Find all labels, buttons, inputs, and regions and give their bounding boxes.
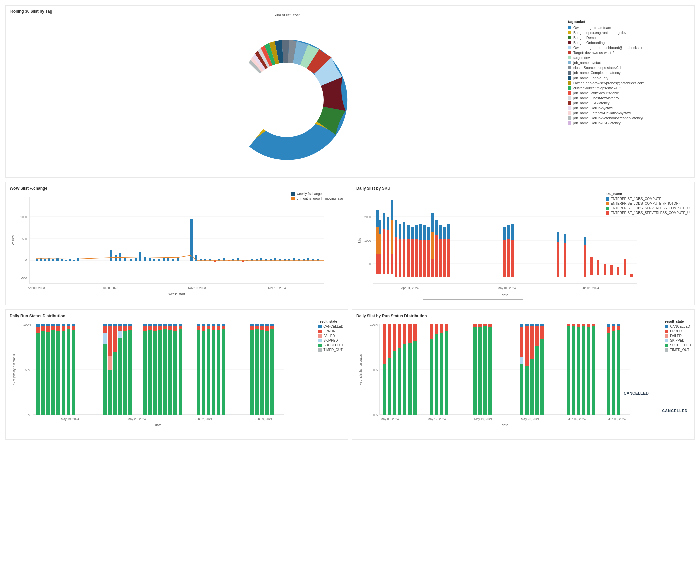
- svg-rect-185: [46, 324, 50, 326]
- svg-rect-316: [445, 331, 448, 415]
- svg-rect-198: [67, 326, 70, 329]
- svg-rect-253: [202, 331, 205, 415]
- svg-rect-90: [383, 213, 385, 229]
- svg-rect-334: [530, 359, 534, 415]
- svg-rect-134: [439, 257, 442, 277]
- svg-rect-181: [36, 333, 40, 415]
- svg-rect-191: [56, 324, 60, 326]
- daily-list-legend-color: [665, 334, 668, 338]
- svg-rect-165: [630, 274, 633, 277]
- svg-rect-202: [72, 330, 75, 415]
- svg-rect-29: [115, 255, 117, 261]
- svg-text:-500: -500: [21, 277, 27, 280]
- legend-label: Budget: Onboarding: [573, 41, 605, 45]
- daily-list-legend-item: CANCELLED: [665, 325, 691, 328]
- svg-rect-331: [525, 366, 529, 415]
- svg-rect-345: [577, 324, 580, 327]
- legend-item: Budget: Demos: [568, 36, 686, 40]
- svg-rect-312: [435, 334, 438, 415]
- legend-label: job_name: Completion-latency: [573, 71, 621, 75]
- svg-rect-118: [419, 240, 422, 257]
- legend-label: Owner: eng-demo-dashboard@databricks.com: [573, 46, 646, 50]
- sku-legend-label: ENTERPRISE_JOBS_COMPUTE_(PHOTON): [611, 202, 680, 205]
- svg-rect-99: [395, 220, 397, 237]
- svg-rect-273: [260, 326, 264, 330]
- svg-rect-335: [535, 324, 539, 326]
- svg-text:Values: Values: [11, 235, 15, 245]
- svg-text:0: 0: [369, 262, 371, 266]
- svg-rect-256: [207, 329, 210, 415]
- avg-label: 3_months_growth_moving_avg: [297, 197, 343, 200]
- svg-text:Jun 02, 2024: Jun 02, 2024: [195, 417, 212, 421]
- svg-rect-131: [435, 255, 438, 277]
- svg-rect-272: [260, 324, 264, 326]
- svg-rect-34: [139, 252, 141, 261]
- svg-rect-199: [67, 329, 70, 415]
- daily-list-legend-item: ERROR: [665, 329, 691, 333]
- svg-rect-160: [597, 260, 599, 275]
- svg-rect-313: [440, 324, 443, 333]
- run-legend-item: SKIPPED: [318, 339, 344, 342]
- svg-rect-35: [144, 257, 146, 261]
- svg-rect-218: [123, 324, 127, 326]
- svg-text:Apr 09, 2023: Apr 09, 2023: [28, 286, 45, 290]
- weekly-color: [291, 192, 295, 196]
- svg-rect-243: [173, 326, 177, 331]
- svg-rect-113: [411, 255, 414, 277]
- svg-rect-355: [607, 333, 610, 415]
- svg-rect-95: [387, 250, 389, 274]
- svg-rect-336: [535, 326, 539, 346]
- svg-rect-26: [73, 260, 75, 261]
- svg-rect-343: [572, 324, 575, 326]
- svg-rect-227: [148, 324, 152, 326]
- svg-rect-250: [197, 330, 200, 415]
- svg-rect-226: [143, 331, 147, 415]
- svg-rect-295: [383, 324, 386, 364]
- svg-rect-270: [255, 326, 259, 329]
- svg-rect-60: [270, 259, 272, 261]
- sku-panel: Daily $list by SKU sku_name ENTERPRISE_J…: [352, 182, 695, 305]
- legend-label: job_name: Rollup-LSP-latency: [573, 121, 621, 125]
- svg-rect-143: [503, 256, 506, 277]
- svg-rect-265: [222, 329, 225, 415]
- legend-item: job_name: Rollup-nyctaxi: [568, 106, 686, 110]
- sku-legend-item: ENTERPRISE_JOBS_COMPUTE: [606, 197, 690, 201]
- svg-rect-105: [403, 222, 405, 239]
- svg-rect-305: [408, 324, 412, 343]
- svg-rect-353: [607, 324, 610, 327]
- legend-label: job_name: Rollup-Notebook-creation-laten…: [573, 116, 643, 120]
- svg-rect-311: [435, 324, 438, 334]
- svg-rect-338: [540, 324, 544, 326]
- svg-rect-261: [217, 326, 220, 330]
- daily-list-legend-label: SUCCEEDED: [670, 343, 691, 347]
- daily-list-legend-color: [665, 330, 668, 333]
- svg-rect-307: [413, 324, 417, 341]
- svg-rect-92: [383, 252, 385, 274]
- svg-text:1000: 1000: [364, 239, 371, 242]
- svg-rect-106: [403, 239, 405, 259]
- svg-rect-103: [399, 239, 401, 257]
- svg-rect-275: [265, 324, 269, 326]
- svg-text:Mar 10, 2024: Mar 10, 2024: [268, 286, 286, 290]
- svg-rect-346: [577, 327, 580, 415]
- svg-rect-252: [202, 326, 205, 331]
- svg-rect-317: [473, 324, 477, 327]
- legend-label: Owner: eng-browser-probes@databricks.com: [573, 81, 644, 85]
- svg-rect-187: [46, 332, 50, 415]
- svg-rect-30: [119, 253, 121, 261]
- svg-rect-236: [163, 324, 167, 326]
- svg-rect-115: [415, 239, 418, 257]
- svg-rect-101: [395, 257, 397, 277]
- svg-rect-53: [237, 258, 239, 261]
- wow-panel: WoW $list %change weekly %change 3_month…: [5, 182, 348, 305]
- legend-label: clusterSource: mlops-stack/0.1: [573, 66, 621, 70]
- legend-color: [568, 76, 571, 80]
- svg-rect-67: [303, 259, 305, 261]
- svg-rect-40: [167, 258, 169, 261]
- daily-list-run-panel: Daily $list by Run Status Distribution r…: [352, 309, 695, 440]
- legend-color: [568, 51, 571, 54]
- svg-text:May 05, 2024: May 05, 2024: [381, 417, 399, 421]
- svg-rect-41: [172, 259, 174, 261]
- legend-item: Budget: Onboarding: [568, 41, 686, 45]
- legend-color: [568, 66, 571, 69]
